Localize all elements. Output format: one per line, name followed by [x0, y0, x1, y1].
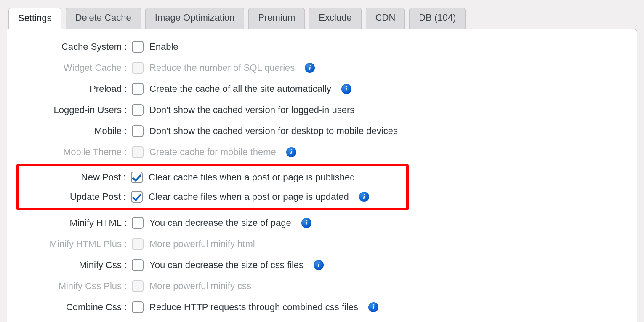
colon: : — [124, 217, 132, 228]
colon: : — [123, 191, 131, 202]
option-minify-html-plus: Minify HTML Plus:More powerful minify ht… — [20, 238, 624, 250]
colon: : — [124, 260, 132, 271]
option-label: Minify HTML Plus — [20, 239, 124, 250]
option-description: Reduce HTTP requests through combined cs… — [149, 302, 358, 313]
option-logged-in-users: Logged-in Users:Don't show the cached ve… — [20, 104, 624, 116]
colon: : — [124, 147, 132, 158]
option-description: Create the cache of all the site automat… — [149, 83, 331, 94]
option-label: New Post — [19, 172, 123, 183]
option-minify-css-plus: Minify Css Plus:More powerful minify css — [20, 280, 624, 292]
settings-panel: Cache System:EnableWidget Cache:Reduce t… — [7, 29, 637, 322]
option-description: Create cache for mobile theme — [149, 147, 276, 158]
colon: : — [123, 172, 131, 183]
info-icon[interactable]: i — [301, 218, 311, 228]
tab-db-104[interactable]: DB (104) — [409, 8, 466, 29]
option-label: Preload — [20, 83, 124, 94]
option-label: Minify HTML — [20, 217, 124, 228]
colon: : — [124, 281, 132, 292]
colon: : — [124, 41, 132, 52]
info-icon[interactable]: i — [341, 84, 351, 94]
option-label: Minify Css Plus — [20, 281, 124, 292]
option-cache-system: Cache System:Enable — [20, 41, 624, 53]
checkbox-update-post[interactable] — [131, 191, 143, 203]
info-icon[interactable]: i — [368, 302, 378, 312]
colon: : — [124, 105, 132, 115]
option-minify-css: Minify Css:You can decrease the size of … — [20, 259, 624, 271]
option-label: Combine Css — [20, 302, 124, 313]
checkbox-minify-html-plus — [132, 238, 144, 250]
info-icon[interactable]: i — [359, 192, 369, 202]
option-description: You can decrease the size of css files — [149, 260, 303, 271]
highlight-box: New Post:Clear cache files when a post o… — [16, 164, 409, 210]
checkbox-preload[interactable] — [132, 83, 144, 95]
checkbox-minify-html[interactable] — [132, 217, 144, 229]
tab-exclude[interactable]: Exclude — [309, 8, 361, 29]
option-widget-cache: Widget Cache:Reduce the number of SQL qu… — [20, 62, 624, 74]
option-update-post: Update Post:Clear cache files when a pos… — [19, 191, 406, 203]
checkbox-combine-css[interactable] — [132, 301, 144, 313]
checkbox-mobile[interactable] — [132, 125, 144, 137]
option-description: More powerful minify html — [149, 239, 255, 250]
colon: : — [124, 302, 132, 313]
tab-premium[interactable]: Premium — [248, 8, 305, 29]
option-description: You can decrease the size of page — [149, 217, 291, 228]
option-mobile-theme: Mobile Theme:Create cache for mobile the… — [20, 146, 624, 158]
checkbox-widget-cache — [132, 62, 144, 74]
option-minify-html: Minify HTML:You can decrease the size of… — [20, 217, 624, 229]
option-combine-css: Combine Css:Reduce HTTP requests through… — [20, 301, 624, 313]
option-label: Mobile Theme — [20, 147, 124, 158]
option-description: Clear cache files when a post or page is… — [149, 191, 349, 202]
tab-delete-cache[interactable]: Delete Cache — [66, 8, 141, 29]
info-icon[interactable]: i — [314, 260, 324, 270]
option-description: Enable — [149, 41, 178, 52]
colon: : — [124, 126, 132, 137]
option-description: Reduce the number of SQL queries — [149, 62, 295, 73]
info-icon[interactable]: i — [305, 63, 315, 73]
tab-settings[interactable]: Settings — [8, 8, 61, 29]
colon: : — [124, 239, 132, 250]
option-label: Update Post — [19, 191, 123, 202]
option-preload: Preload:Create the cache of all the site… — [20, 83, 624, 95]
colon: : — [124, 83, 132, 94]
tab-row: SettingsDelete CacheImage OptimizationPr… — [7, 8, 637, 29]
info-icon[interactable]: i — [286, 147, 296, 157]
option-description: More powerful minify css — [149, 281, 251, 292]
option-label: Mobile — [20, 126, 124, 137]
option-description: Don't show the cached version for logged… — [149, 105, 354, 115]
settings-options: Cache System:EnableWidget Cache:Reduce t… — [20, 41, 624, 313]
option-label: Logged-in Users — [20, 105, 124, 115]
tab-cdn[interactable]: CDN — [366, 8, 405, 29]
colon: : — [124, 62, 132, 73]
checkbox-minify-css-plus — [132, 280, 144, 292]
option-description: Don't show the cached version for deskto… — [149, 126, 398, 137]
tab-image-optimization[interactable]: Image Optimization — [145, 8, 245, 29]
option-mobile: Mobile:Don't show the cached version for… — [20, 125, 624, 137]
checkbox-logged-in-users[interactable] — [132, 104, 144, 116]
option-description: Clear cache files when a post or page is… — [149, 172, 355, 183]
option-label: Minify Css — [20, 260, 124, 271]
option-new-post: New Post:Clear cache files when a post o… — [19, 172, 406, 183]
option-label: Cache System — [20, 41, 124, 52]
checkbox-mobile-theme — [132, 146, 144, 158]
option-label: Widget Cache — [20, 62, 124, 73]
checkbox-new-post[interactable] — [131, 172, 143, 183]
checkbox-cache-system[interactable] — [132, 41, 144, 53]
checkbox-minify-css[interactable] — [132, 259, 144, 271]
